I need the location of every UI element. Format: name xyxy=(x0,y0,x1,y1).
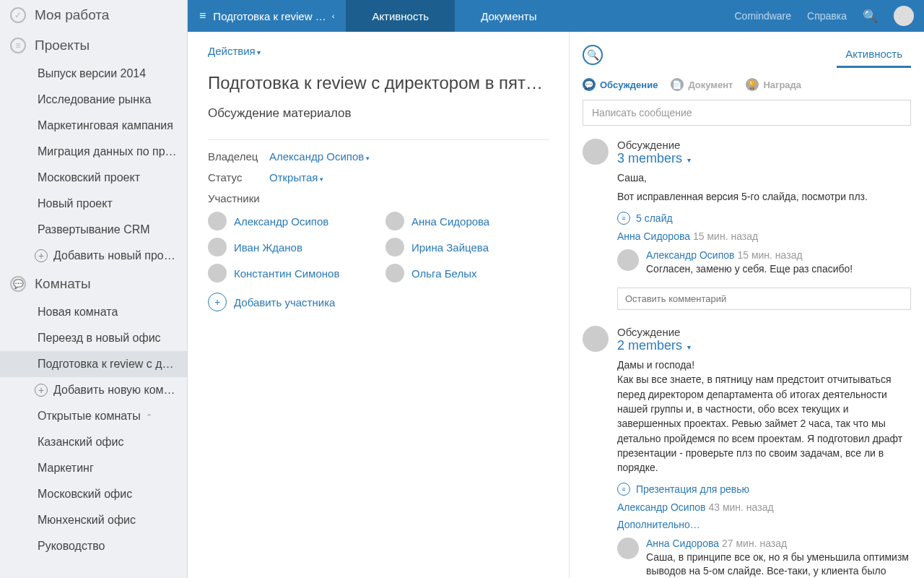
sidebar-item-project[interactable]: Миграция данных по пр… xyxy=(0,139,187,165)
add-project-label: Добавить новый про… xyxy=(53,249,175,262)
compose-input[interactable] xyxy=(583,100,911,126)
filter-document[interactable]: 📄Документ xyxy=(671,78,733,91)
topbar: ≡ Подготовка к review … ‹ Активность Док… xyxy=(188,0,924,32)
activity-pane: 🔍 Активность 💬Обсуждение 📄Документ 🏆Нагр… xyxy=(569,32,924,578)
sidebar-item-room[interactable]: Мюнхенский офис xyxy=(0,507,187,533)
avatar xyxy=(385,238,404,256)
avatar xyxy=(617,538,639,559)
help-link[interactable]: Справка xyxy=(807,10,847,22)
attachment[interactable]: ≡Презентация для ревью xyxy=(617,483,749,496)
sidebar-projects[interactable]: ≡ Проекты xyxy=(0,30,187,61)
participant-name[interactable]: Александр Осипов xyxy=(234,215,328,228)
sidebar-item-room[interactable]: Открытые комнаты ⌃ xyxy=(0,403,187,429)
sidebar-item-project[interactable]: Исследование рынка xyxy=(0,87,187,113)
avatar[interactable] xyxy=(894,6,914,26)
participant-name[interactable]: Ольга Белых xyxy=(411,267,476,280)
add-user-icon: + xyxy=(208,293,227,311)
status-label: Статус xyxy=(208,171,269,184)
chat-icon: 💬 xyxy=(10,276,26,292)
participant-name[interactable]: Иван Жданов xyxy=(234,241,302,254)
participant: Ольга Белых xyxy=(385,264,549,282)
breadcrumb[interactable]: ≡ Подготовка к review … ‹ xyxy=(188,0,346,32)
sidebar-item-project[interactable]: Развертывание CRM xyxy=(0,217,187,243)
participant: Иван Жданов xyxy=(208,238,371,256)
sidebar-item-project[interactable]: Маркетинговая кампания xyxy=(0,113,187,139)
document-icon: 📄 xyxy=(671,78,684,91)
post-meta: Анна Сидорова15 мин. назад xyxy=(617,230,911,242)
post-author[interactable]: Анна Сидорова xyxy=(617,230,690,242)
avatar xyxy=(385,264,404,282)
post-time: 43 мин. назад xyxy=(708,501,773,513)
main: ≡ Подготовка к review … ‹ Активность Док… xyxy=(188,0,924,578)
trophy-icon: 🏆 xyxy=(746,78,759,91)
avatar xyxy=(385,212,404,230)
sidebar: ✓ Моя работа ≡ Проекты Выпуск версии 201… xyxy=(0,0,188,578)
chevron-down-icon: ▾ xyxy=(687,156,691,164)
sidebar-item-project[interactable]: Московский проект xyxy=(0,165,187,191)
sidebar-item-room[interactable]: Московский офис xyxy=(0,481,187,507)
post-more[interactable]: Дополнительно… xyxy=(617,519,911,530)
post-time: 15 мин. назад xyxy=(693,230,758,242)
activity-search-button[interactable]: 🔍 xyxy=(583,45,603,65)
sidebar-item-project[interactable]: Новый проект xyxy=(0,191,187,217)
post-meta: Александр Осипов43 мин. назад xyxy=(617,501,911,513)
participant-name[interactable]: Константин Симонов xyxy=(234,267,339,280)
activity-tab[interactable]: Активность xyxy=(837,42,911,68)
owner-value[interactable]: Александр Осипов▾ xyxy=(269,150,370,163)
filter-discussion[interactable]: 💬Обсуждение xyxy=(583,78,658,91)
comment-input[interactable] xyxy=(617,288,911,310)
search-icon[interactable]: 🔍 xyxy=(863,9,878,24)
chevron-down-icon: ▾ xyxy=(687,343,691,351)
sidebar-item-room[interactable]: Руководство xyxy=(0,533,187,559)
tab-documents[interactable]: Документы xyxy=(455,0,562,32)
status-value[interactable]: Открытая▾ xyxy=(269,171,323,184)
sidebar-item-room[interactable]: Казанский офис xyxy=(0,429,187,455)
attachment-icon: ≡ xyxy=(617,212,630,225)
avatar xyxy=(617,249,639,271)
sidebar-rooms-label: Комнаты xyxy=(35,276,91,292)
actions-menu[interactable]: Действия▾ xyxy=(208,45,549,57)
sidebar-item-room[interactable]: Подготовка к review с ди… xyxy=(0,351,187,377)
add-project[interactable]: + Добавить новый про… xyxy=(0,243,187,269)
divider xyxy=(208,139,549,140)
list-icon: ≡ xyxy=(10,38,26,53)
page-title: Подготовка к review с директором в пятн… xyxy=(208,73,549,93)
brand-link[interactable]: Comindware xyxy=(734,10,791,22)
avatar xyxy=(583,139,609,165)
avatar xyxy=(208,212,227,230)
sidebar-item-room[interactable]: Переезд в новый офис xyxy=(0,325,187,351)
tab-activity[interactable]: Активность xyxy=(346,0,455,32)
participant-name[interactable]: Ирина Зайцева xyxy=(411,241,489,254)
chevron-down-icon: ▾ xyxy=(320,176,323,183)
add-participant[interactable]: + Добавить участника xyxy=(208,293,549,311)
participant: Анна Сидорова xyxy=(385,212,549,230)
add-room[interactable]: + Добавить новую ком… xyxy=(0,377,187,403)
avatar xyxy=(208,264,227,282)
details-pane: Действия▾ Подготовка к review с директор… xyxy=(188,32,569,578)
filter-award[interactable]: 🏆Награда xyxy=(746,78,801,91)
sidebar-mywork[interactable]: ✓ Моя работа xyxy=(0,0,187,30)
plus-icon: + xyxy=(35,384,48,397)
reply-author[interactable]: Александр Осипов xyxy=(646,249,734,261)
breadcrumb-label: Подготовка к review … xyxy=(213,10,326,22)
reply-time: 15 мин. назад xyxy=(737,249,802,261)
reply-author[interactable]: Анна Сидорова xyxy=(646,538,719,549)
page-subtitle: Обсуждение материалов xyxy=(208,106,549,121)
chevron-down-icon: ▾ xyxy=(257,48,261,56)
chevron-left-icon: ‹ xyxy=(332,12,335,20)
discussion-icon: 💬 xyxy=(583,78,596,91)
sidebar-item-room[interactable]: Маркетинг xyxy=(0,455,187,481)
participant-name[interactable]: Анна Сидорова xyxy=(411,215,489,228)
sidebar-item-project[interactable]: Выпуск версии 2014 xyxy=(0,61,187,87)
add-participant-label: Добавить участника xyxy=(234,296,335,309)
menu-icon: ≡ xyxy=(199,9,206,22)
post-members[interactable]: 2 members ▾ xyxy=(617,338,911,353)
owner-label: Владелец xyxy=(208,150,269,163)
sidebar-item-room[interactable]: Новая комната xyxy=(0,299,187,325)
check-icon: ✓ xyxy=(10,7,26,23)
post-members[interactable]: 3 members ▾ xyxy=(617,151,911,166)
attachment[interactable]: ≡5 слайд xyxy=(617,212,673,225)
chevron-up-icon: ⌃ xyxy=(144,413,152,421)
sidebar-rooms[interactable]: 💬 Комнаты xyxy=(0,269,187,299)
post-author[interactable]: Александр Осипов xyxy=(617,501,705,513)
